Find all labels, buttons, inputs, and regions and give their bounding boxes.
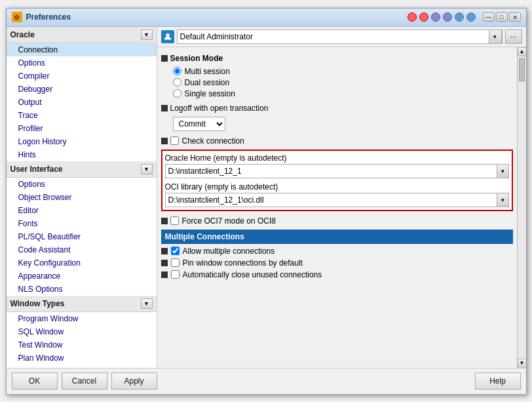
force-oci7-label[interactable]: Force OCI7 mode on OCI8 xyxy=(170,216,276,226)
radio-multi-input[interactable] xyxy=(173,67,181,75)
radio-single-input[interactable] xyxy=(173,89,181,98)
auto-close-row: Automatically close unused connections xyxy=(161,270,513,279)
sidebar-item-connection[interactable]: Connection xyxy=(7,43,157,56)
user-interface-expand-btn[interactable]: ▼ xyxy=(141,164,153,174)
right-scrollbar[interactable]: ▲ ▼ xyxy=(517,47,526,368)
ok-button[interactable]: OK xyxy=(12,372,58,390)
pin-window-label[interactable]: Pin window connections by default xyxy=(171,258,303,268)
sidebar-item-hints[interactable]: Hints xyxy=(7,148,157,161)
pin-window-icon xyxy=(161,260,168,266)
window-types-items: Program Window SQL Window Test Window Pl… xyxy=(7,312,157,365)
window-controls: — □ ✕ xyxy=(407,12,521,22)
radio-multi-label: Multi session xyxy=(185,67,230,76)
radio-dual-session[interactable]: Dual session xyxy=(173,78,513,87)
auto-close-checkbox[interactable] xyxy=(171,270,180,279)
sidebar-item-ui-options[interactable]: Options xyxy=(7,178,157,191)
scroll-down-arrow[interactable]: ▼ xyxy=(518,359,526,368)
radio-dual-input[interactable] xyxy=(173,78,181,87)
sidebar-item-nls-options[interactable]: NLS Options xyxy=(7,283,157,296)
sidebar-item-editor[interactable]: Editor xyxy=(7,204,157,217)
sidebar-item-sql-window[interactable]: SQL Window xyxy=(7,325,157,338)
right-scroll-area[interactable]: Session Mode Multi session Dual session xyxy=(157,47,517,368)
sidebar-list: Oracle ▼ Connection Options Compiler Deb… xyxy=(7,27,157,365)
oracle-home-dropdown-arrow[interactable]: ▾ xyxy=(497,164,509,178)
sidebar-item-debugger[interactable]: Debugger xyxy=(7,83,157,96)
sidebar-item-appearance[interactable]: Appearance xyxy=(7,270,157,283)
bottom-bar: OK Cancel Apply Help xyxy=(7,368,526,394)
pin-window-checkbox[interactable] xyxy=(171,258,180,267)
radio-multi-session[interactable]: Multi session xyxy=(173,67,513,76)
sidebar-item-code-assistant[interactable]: Code Assistant xyxy=(7,243,157,256)
scroll-up-arrow[interactable]: ▲ xyxy=(518,47,526,56)
check-connection-row: Check connection xyxy=(161,136,513,146)
cancel-button[interactable]: Cancel xyxy=(62,372,107,390)
main-content: Oracle ▼ Connection Options Compiler Deb… xyxy=(7,27,526,368)
bottom-left-buttons: OK Cancel Apply xyxy=(12,372,157,390)
sidebar-item-trace[interactable]: Trace xyxy=(7,109,157,122)
title-bar: ⚙ Preferences — □ ✕ xyxy=(7,9,526,27)
oci-library-label: OCI library (empty is autodetect) xyxy=(165,182,509,191)
allow-multiple-text: Allow multiple connections xyxy=(183,247,275,256)
allow-multiple-icon xyxy=(161,248,168,254)
commit-select[interactable]: Commit Rollback xyxy=(173,117,225,131)
sidebar-item-output[interactable]: Output xyxy=(7,96,157,109)
sidebar-item-object-browser[interactable]: Object Browser xyxy=(7,191,157,204)
oracle-home-field: Oracle Home (empty is autodetect) ▾ xyxy=(165,153,509,178)
sidebar-group-window-types[interactable]: Window Types ▼ xyxy=(7,296,157,312)
window-types-expand-btn[interactable]: ▼ xyxy=(141,298,153,309)
close-button[interactable]: ✕ xyxy=(509,12,521,22)
force-oci7-text: Force OCI7 mode on OCI8 xyxy=(182,216,276,226)
sidebar-group-user-interface[interactable]: User Interface ▼ xyxy=(7,161,157,178)
radio-single-label: Single session xyxy=(185,89,235,98)
radio-single-session[interactable]: Single session xyxy=(173,89,513,98)
ellipsis-button[interactable]: ··· xyxy=(505,30,522,44)
pin-window-text: Pin window connections by default xyxy=(183,258,303,268)
oci-library-input-row: ▾ xyxy=(165,193,509,207)
allow-multiple-checkbox[interactable] xyxy=(171,247,180,255)
allow-multiple-label[interactable]: Allow multiple connections xyxy=(171,247,275,256)
sidebar-item-fonts[interactable]: Fonts xyxy=(7,217,157,230)
force-oci7-checkbox[interactable] xyxy=(170,216,179,225)
help-button[interactable]: Help xyxy=(475,372,521,390)
profile-dropdown-wrapper: Default Administrator ▾ xyxy=(177,30,503,44)
profile-dropdown-arrow[interactable]: ▾ xyxy=(489,30,502,44)
sidebar-item-profiler[interactable]: Profiler xyxy=(7,122,157,135)
dot1 xyxy=(408,12,417,22)
session-mode-header: Session Mode xyxy=(161,54,513,63)
session-mode-title: Session Mode xyxy=(170,54,223,63)
sidebar-item-plan-window[interactable]: Plan Window xyxy=(7,352,157,365)
oracle-home-input-row: ▾ xyxy=(165,164,509,178)
sidebar-item-test-window[interactable]: Test Window xyxy=(7,338,157,352)
radio-dual-label: Dual session xyxy=(185,78,230,87)
check-connection-label[interactable]: Check connection xyxy=(170,136,244,146)
user-interface-group-label: User Interface xyxy=(10,165,63,174)
scroll-thumb[interactable] xyxy=(519,58,525,81)
sidebar-item-options[interactable]: Options xyxy=(7,56,157,70)
logoff-icon xyxy=(161,105,168,111)
check-connection-text: Check connection xyxy=(182,136,244,146)
sidebar-item-key-configuration[interactable]: Key Configuration xyxy=(7,256,157,270)
minimize-button[interactable]: — xyxy=(483,12,495,22)
oracle-items: Connection Options Compiler Debugger Out… xyxy=(7,43,157,161)
sidebar: Oracle ▼ Connection Options Compiler Deb… xyxy=(7,27,157,368)
oci-library-field: OCI library (empty is autodetect) ▾ xyxy=(165,182,509,207)
force-oci7-icon xyxy=(161,218,168,224)
oci-library-input[interactable] xyxy=(165,193,497,207)
sidebar-item-compiler[interactable]: Compiler xyxy=(7,70,157,83)
oci-library-dropdown-arrow[interactable]: ▾ xyxy=(497,193,509,207)
oracle-home-input[interactable] xyxy=(165,164,497,178)
session-mode-section: Session Mode Multi session Dual session xyxy=(161,54,513,98)
right-panel: Default Administrator ▾ ··· Session Mode xyxy=(157,27,526,368)
sidebar-item-program-window[interactable]: Program Window xyxy=(7,312,157,325)
dot2 xyxy=(419,12,428,22)
apply-button[interactable]: Apply xyxy=(111,372,157,390)
force-oci7-header: Force OCI7 mode on OCI8 xyxy=(161,216,513,226)
sidebar-item-logon-history[interactable]: Logon History xyxy=(7,135,157,148)
maximize-button[interactable]: □ xyxy=(496,12,508,22)
auto-close-label[interactable]: Automatically close unused connections xyxy=(171,270,322,279)
sidebar-group-oracle[interactable]: Oracle ▼ xyxy=(7,27,157,43)
force-oci7-row: Force OCI7 mode on OCI8 xyxy=(161,216,513,226)
check-connection-checkbox[interactable] xyxy=(170,136,179,145)
oracle-expand-btn[interactable]: ▼ xyxy=(141,30,153,40)
sidebar-item-plsql-beautifier[interactable]: PL/SQL Beautifier xyxy=(7,230,157,243)
